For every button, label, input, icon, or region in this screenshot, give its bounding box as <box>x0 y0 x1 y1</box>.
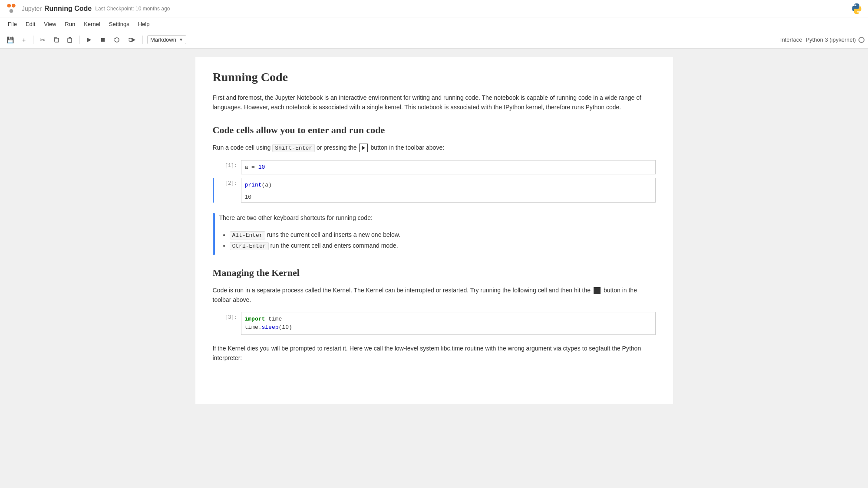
sleep-fn: sleep <box>262 324 279 331</box>
cell1-code-10: 10 <box>258 164 265 170</box>
kernel-label: Python 3 (ipykernel) <box>805 36 856 43</box>
svg-rect-3 <box>55 38 59 42</box>
cell3-input[interactable]: import time time.sleep(10) <box>241 312 655 334</box>
kernel-status-circle <box>858 37 865 43</box>
run-desc3-text: button in the toolbar above: <box>370 144 444 151</box>
code-cell-2[interactable]: [2]: print(a) 10 <box>213 178 656 203</box>
svg-point-2 <box>10 9 13 13</box>
menu-view[interactable]: View <box>40 19 60 29</box>
notebook-container: Running Code First and foremost, the Jup… <box>0 49 868 488</box>
toolbar-separator-3 <box>142 36 143 44</box>
cell2-input[interactable]: print(a) <box>241 178 655 192</box>
alt-enter-desc: runs the current cell and inserts a new … <box>267 231 400 238</box>
cell1-input[interactable]: a = 10 <box>241 160 655 174</box>
import-time: time <box>265 316 282 322</box>
svg-point-1 <box>12 3 16 7</box>
menu-bar: File Edit View Run Kernel Settings Help <box>0 17 868 31</box>
shift-enter-code: Shift-Enter <box>272 144 315 152</box>
cell-type-arrow: ▼ <box>179 37 183 42</box>
time-obj: time. <box>245 324 262 331</box>
svg-marker-7 <box>132 38 135 42</box>
cell1-prompt: [1]: <box>215 160 241 175</box>
kernel-indicator[interactable]: Python 3 (ipykernel) <box>805 36 865 43</box>
shortcuts-section: There are two other keyboard shortcuts f… <box>213 213 656 255</box>
notebook-content: Running Code First and foremost, the Jup… <box>195 57 673 404</box>
shortcuts-list: Alt-Enter runs the current cell and inse… <box>230 229 401 252</box>
svg-point-0 <box>7 3 11 7</box>
cell1-code-a: a <box>245 164 252 170</box>
kernel-desc1: Code is run in a separate process called… <box>213 287 591 294</box>
shortcut-ctrl-enter: Ctrl-Enter run the current cell and ente… <box>230 240 401 251</box>
svg-rect-4 <box>68 38 72 43</box>
cell2-output: 10 <box>241 192 655 202</box>
cell3-content[interactable]: import time time.sleep(10) <box>241 312 656 335</box>
interface-label[interactable]: Interface <box>780 36 802 43</box>
checkpoint-info: Last Checkpoint: 10 months ago <box>95 6 170 12</box>
jupyter-brand-text: Jupyter <box>22 5 42 12</box>
cell1-content[interactable]: a = 10 <box>241 160 656 175</box>
copy-button[interactable] <box>50 34 63 46</box>
menu-help[interactable]: Help <box>134 19 154 29</box>
cell-type-dropdown[interactable]: Markdown ▼ <box>147 35 186 44</box>
cell2-print-args: (a) <box>262 182 272 188</box>
play-button-inline <box>359 144 368 152</box>
code-cell-1[interactable]: [1]: a = 10 <box>213 160 656 175</box>
ctrl-enter-code: Ctrl-Enter <box>230 242 269 250</box>
menu-kernel[interactable]: Kernel <box>79 19 105 29</box>
cell1-code-eq: = <box>251 164 258 170</box>
notebook-main-title: Running Code <box>213 70 656 84</box>
active-cell-bar <box>213 213 215 255</box>
cell3-line1: import time <box>245 315 652 324</box>
run-description: Run a code cell using Shift-Enter or pre… <box>213 143 656 153</box>
menu-run[interactable]: Run <box>60 19 79 29</box>
import-kw: import <box>245 316 265 322</box>
run-cell-button[interactable] <box>83 34 96 46</box>
menu-settings[interactable]: Settings <box>105 19 134 29</box>
menu-file[interactable]: File <box>3 19 21 29</box>
cut-button[interactable]: ✂ <box>36 34 49 46</box>
code-cell-3[interactable]: [3]: import time time.sleep(10) <box>213 312 656 335</box>
sleep-args: (10) <box>279 324 292 331</box>
toolbar-right: Interface Python 3 (ipykernel) <box>780 36 865 43</box>
python-logo <box>851 3 863 15</box>
restart-note: If the Kernel dies you will be prompted … <box>213 344 656 363</box>
title-bar: Jupyter Running Code Last Checkpoint: 10… <box>0 0 868 17</box>
toolbar: 💾 + ✂ <box>0 31 868 49</box>
stop-button-inline <box>594 287 601 294</box>
stop-kernel-button[interactable] <box>96 34 109 46</box>
restart-kernel-button[interactable] <box>110 34 123 46</box>
notebook-title[interactable]: Running Code <box>44 5 92 13</box>
cell2-content[interactable]: print(a) 10 <box>241 178 656 203</box>
toolbar-separator-2 <box>79 36 80 44</box>
shortcuts-content: There are two other keyboard shortcuts f… <box>219 213 401 255</box>
alt-enter-code: Alt-Enter <box>230 231 265 239</box>
cell2-print-fn: print <box>245 182 262 188</box>
ctrl-enter-desc: run the current cell and enters command … <box>270 242 398 249</box>
paste-button[interactable] <box>64 34 77 46</box>
jupyter-logo <box>5 3 17 15</box>
svg-marker-8 <box>362 146 365 150</box>
shortcuts-intro: There are two other keyboard shortcuts f… <box>219 213 401 223</box>
run-desc2-text: or pressing the <box>317 144 357 151</box>
add-cell-button[interactable]: + <box>17 34 30 46</box>
kernel-desc: Code is run in a separate process called… <box>213 285 656 305</box>
restart-run-all-button[interactable] <box>124 34 140 46</box>
menu-edit[interactable]: Edit <box>21 19 40 29</box>
cell3-line2: time.sleep(10) <box>245 323 652 332</box>
cell2-prompt: [2]: <box>215 178 241 203</box>
intro-paragraph: First and foremost, the Jupyter Notebook… <box>213 93 656 112</box>
save-button[interactable]: 💾 <box>3 34 17 46</box>
run-desc-text: Run a code cell using <box>213 144 271 151</box>
toolbar-separator-1 <box>33 36 33 44</box>
section1-heading: Code cells allow you to enter and run co… <box>213 124 656 136</box>
section2-heading: Managing the Kernel <box>213 267 656 278</box>
svg-rect-6 <box>101 38 105 42</box>
shortcut-alt-enter: Alt-Enter runs the current cell and inse… <box>230 229 401 240</box>
cell3-prompt: [3]: <box>215 312 241 335</box>
svg-marker-5 <box>87 38 91 42</box>
